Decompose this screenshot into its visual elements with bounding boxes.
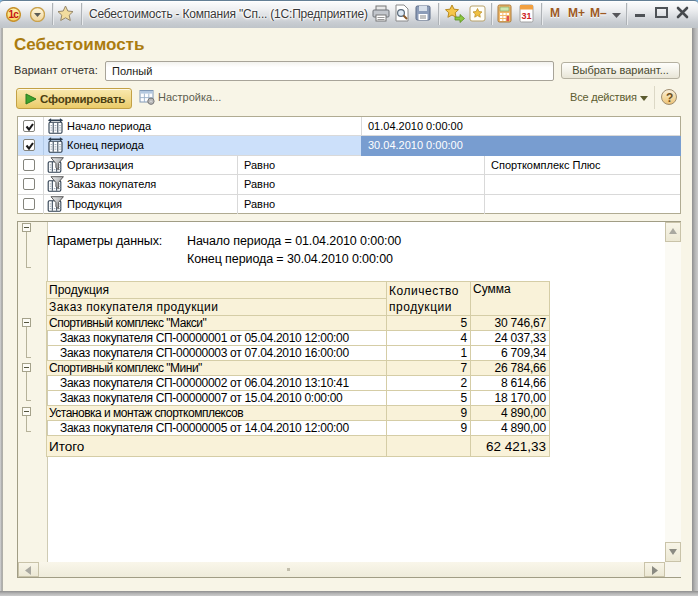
svg-text:1c: 1c xyxy=(9,9,20,20)
svg-text:31: 31 xyxy=(521,11,531,21)
